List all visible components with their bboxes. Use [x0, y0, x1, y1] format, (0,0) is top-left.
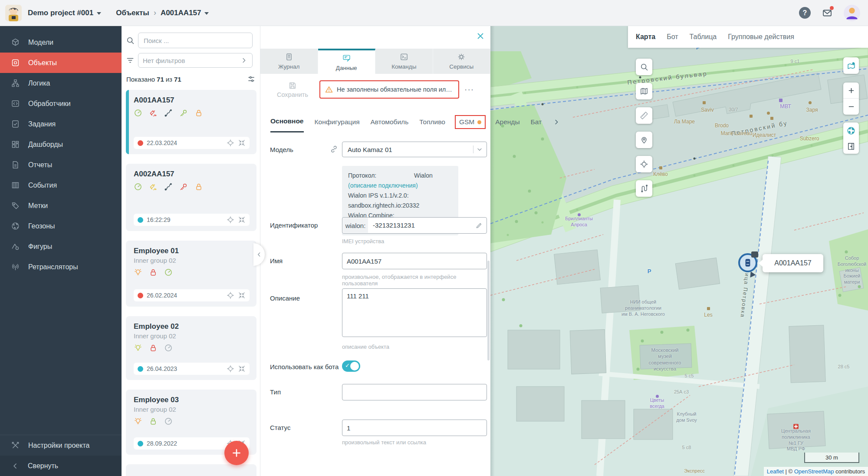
map-locate-button[interactable]: [636, 156, 652, 172]
object-card[interactable]: Employee 02 Inner group 02 26.04.2023: [126, 316, 256, 380]
more-actions-button[interactable]: ···: [464, 85, 474, 94]
save-button[interactable]: Сохранить: [277, 81, 308, 98]
locate-on-map-icon[interactable]: [227, 291, 234, 299]
map-tab-group-actions[interactable]: Групповые действия: [728, 33, 794, 41]
identifier-hint: IMEI устройства: [342, 238, 384, 245]
user-avatar[interactable]: [844, 5, 860, 21]
chevron-down-icon: [476, 146, 483, 153]
status-timestamp: 28.09.2022: [147, 440, 177, 447]
object-card-partial[interactable]: [126, 464, 256, 476]
map-measure-button[interactable]: [636, 107, 652, 124]
subtab-vehicle[interactable]: Автомобиль: [371, 112, 409, 132]
sidebar-item-dashboards[interactable]: Дашборды: [0, 134, 122, 155]
collapse-card-icon[interactable]: [238, 139, 246, 147]
use-as-bot-toggle[interactable]: [342, 360, 360, 372]
subtab-fuel[interactable]: Топливо: [419, 112, 445, 132]
type-input[interactable]: [342, 384, 487, 400]
object-title: Employee 01: [134, 247, 250, 255]
identifier-field[interactable]: wialon: -32132131231: [342, 217, 487, 234]
sidebar-item-label: События: [28, 182, 57, 189]
map-layers-button[interactable]: [636, 83, 652, 99]
sidebar-item-geofences[interactable]: Геозоны: [0, 216, 122, 236]
help-button[interactable]: ?: [799, 7, 811, 19]
subtab-general[interactable]: Основное: [270, 112, 304, 132]
sidebar-item-handlers[interactable]: Обработчики: [0, 93, 122, 114]
add-object-button[interactable]: [224, 441, 249, 465]
globe-icon[interactable]: [846, 126, 856, 136]
subtab-rents[interactable]: Аренды: [495, 112, 519, 132]
list-settings-icon[interactable]: [247, 75, 256, 83]
object-title: Employee 02: [134, 322, 250, 331]
sidebar-item-labels[interactable]: Метки: [0, 195, 122, 216]
locate-on-map-icon[interactable]: [227, 216, 234, 224]
notifications-button[interactable]: [822, 8, 832, 18]
map-tab-table[interactable]: Таблица: [690, 33, 717, 41]
subtab-configuration[interactable]: Конфигурация: [315, 112, 360, 132]
sidebar-item-label: Свернуть: [28, 462, 58, 470]
connection-description-link[interactable]: (описание подключения): [348, 182, 418, 189]
object-card[interactable]: A001AA157 22.03.2024: [126, 90, 256, 154]
map-label: Экспресс: [684, 468, 705, 474]
object-status-bar: 26.04.2023: [134, 363, 250, 375]
collapse-card-icon[interactable]: [238, 216, 246, 224]
route-icon: [164, 109, 173, 117]
tab-data[interactable]: Данные: [318, 49, 376, 74]
pin-icon: [640, 136, 648, 144]
map-panel[interactable]: Петровский бульвар Петровский бу 9 с1 Sa…: [490, 26, 868, 476]
close-panel-button[interactable]: [476, 31, 485, 41]
collapse-card-icon[interactable]: [238, 291, 246, 299]
zoom-out-button[interactable]: [843, 99, 859, 115]
zoom-in-button[interactable]: [843, 83, 859, 99]
map-tab-bot[interactable]: Бот: [667, 33, 678, 41]
subtabs-scroll-right-icon[interactable]: [552, 118, 560, 126]
sidebar-item-repeaters[interactable]: Ретрансляторы: [0, 257, 122, 277]
sidebar-item-models[interactable]: Модели: [0, 32, 122, 53]
edit-identifier-icon[interactable]: [475, 221, 483, 229]
map-tab-map[interactable]: Карта: [636, 33, 655, 41]
vehicle-marker[interactable]: [738, 253, 757, 272]
map-poi-button[interactable]: [636, 132, 652, 148]
osm-link[interactable]: OpenStreetMap: [794, 468, 834, 475]
leaflet-link[interactable]: Leaflet: [767, 468, 784, 475]
map-track-button[interactable]: [636, 180, 652, 197]
model-select[interactable]: Auto Kamaz 01: [342, 142, 487, 157]
object-card[interactable]: A002AA157 16:22:29: [126, 164, 256, 231]
subtab-gsm[interactable]: GSM: [455, 115, 486, 129]
map-label: Бриллианты Алроса: [565, 216, 593, 228]
lock-icon: [194, 182, 203, 191]
locate-on-map-icon[interactable]: [227, 365, 234, 373]
collapse-card-icon[interactable]: [238, 365, 246, 373]
sidebar-item-logic[interactable]: Логика: [0, 73, 122, 93]
route-icon: [164, 182, 173, 191]
sidebar-item-shapes[interactable]: Фигуры: [0, 236, 122, 257]
bulb-icon: [134, 268, 142, 277]
sidebar-item-reports[interactable]: Отчеты: [0, 155, 122, 175]
tab-services[interactable]: Сервисы: [433, 49, 491, 74]
locate-on-map-icon[interactable]: [227, 139, 234, 147]
link-icon[interactable]: [330, 145, 338, 153]
side-panel-icon[interactable]: [847, 142, 855, 151]
map-follow-button[interactable]: [843, 57, 859, 74]
filters-button[interactable]: Нет фильтров: [138, 53, 253, 68]
sidebar-item-project-settings[interactable]: Настройки проекта: [0, 435, 122, 456]
sidebar-item-objects[interactable]: Объекты: [0, 53, 122, 73]
sidebar-collapse-button[interactable]: Свернуть: [0, 456, 122, 476]
tab-commands[interactable]: Команды: [375, 49, 433, 74]
tab-journal[interactable]: Журнал: [260, 49, 318, 74]
name-input[interactable]: [342, 253, 487, 269]
map-search-button[interactable]: [636, 59, 652, 75]
sidebar-item-tasks[interactable]: Задания: [0, 114, 122, 134]
description-textarea[interactable]: 111 211: [342, 288, 487, 337]
detail-scrollbar[interactable]: [487, 261, 490, 360]
object-group: Inner group 02: [134, 406, 250, 413]
object-card[interactable]: Employee 01 Inner group 02 26.02.2024: [126, 241, 256, 307]
project-switcher[interactable]: Demo project #001: [28, 9, 93, 17]
breadcrumb-section[interactable]: Объекты: [116, 9, 149, 17]
status-input[interactable]: [342, 420, 487, 436]
app-logo[interactable]: [5, 5, 22, 21]
sidebar-item-events[interactable]: События: [0, 175, 122, 195]
breadcrumb-current[interactable]: A001AA157: [161, 9, 201, 17]
map-label: Заря: [806, 107, 818, 113]
search-input[interactable]: [138, 33, 253, 48]
subtab-battery-truncated[interactable]: Бат: [531, 112, 542, 132]
